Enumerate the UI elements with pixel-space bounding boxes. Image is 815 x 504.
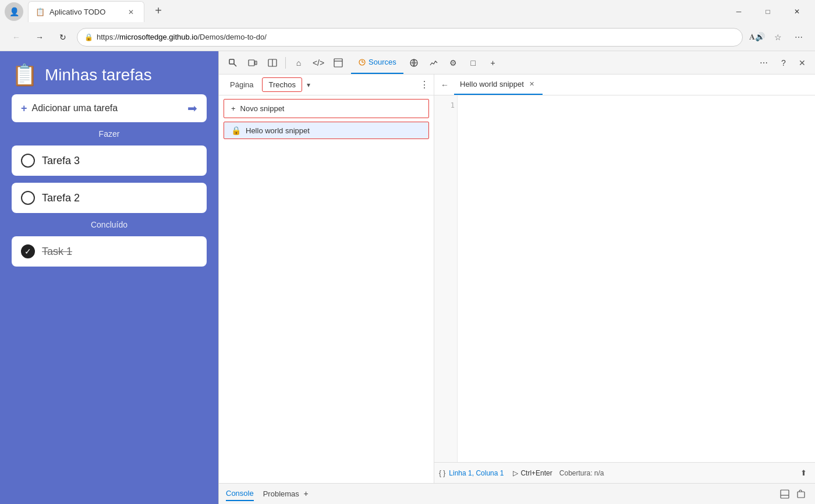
line-number-1: 1: [437, 100, 455, 111]
status-left: { } Linha 1, Coluna 1: [439, 469, 504, 477]
sources-tabs-more-icon[interactable]: ⋮: [420, 79, 429, 90]
todo-circle-icon: [21, 154, 35, 168]
cursor-position[interactable]: Linha 1, Coluna 1: [449, 469, 504, 477]
devtools-tab-sources[interactable]: Sources: [351, 51, 403, 74]
tab-close-button[interactable]: ✕: [125, 6, 137, 18]
problems-tab-label: Problemas: [263, 489, 299, 498]
todo-header: 📋 Minhas tarefas: [12, 63, 207, 87]
url-prefix: https://: [97, 33, 119, 41]
device-toolbar-icon[interactable]: [243, 54, 262, 72]
run-shortcut: Ctrl+Enter: [520, 469, 552, 477]
code-content[interactable]: [458, 95, 815, 462]
editor-tabs: ← Hello world snippet ✕: [434, 74, 815, 95]
close-button[interactable]: ✕: [784, 2, 810, 21]
editor-back-button[interactable]: ←: [437, 77, 453, 93]
todo-item-text: Tarefa 3: [42, 155, 80, 167]
more-tools-button[interactable]: ⋯: [754, 54, 773, 72]
code-editor-area[interactable]: 1: [434, 95, 815, 462]
todo-circle-icon: [21, 191, 35, 205]
minimize-button[interactable]: ─: [725, 2, 752, 21]
url-text: https://microsoftedge.github.io/Demos/de…: [97, 33, 735, 41]
sources-panel: Página Trechos ▾ ⋮ + Novo snippet: [219, 74, 815, 483]
new-snippet-button[interactable]: + Novo snippet: [224, 99, 429, 118]
network-icon[interactable]: [405, 54, 423, 72]
editor-tab-close-button[interactable]: ✕: [527, 80, 537, 89]
code-icon[interactable]: </>: [309, 54, 328, 72]
todo-item-tarefa2[interactable]: Tarefa 2: [12, 183, 207, 213]
sources-right-pane: ← Hello world snippet ✕ 1: [434, 74, 815, 483]
url-bar[interactable]: 🔒 https://microsoftedge.github.io/Demos/…: [77, 28, 743, 47]
help-button[interactable]: ?: [774, 54, 793, 72]
elements-icon[interactable]: [329, 54, 348, 72]
url-path: /Demos/demo-to-do/: [197, 33, 267, 41]
tab-favicon-icon: 📋: [36, 8, 45, 17]
console-tab-label: Console: [226, 489, 254, 498]
editor-tab-filename: Hello world snippet: [460, 80, 524, 88]
read-aloud-button[interactable]: 𝐀🔊: [747, 28, 766, 47]
title-bar: 👤 📋 Aplicativo TODO ✕ + ─ □ ✕: [0, 0, 815, 23]
maximize-button[interactable]: □: [754, 2, 781, 21]
line-numbers: 1: [434, 95, 458, 462]
add-devtools-icon[interactable]: +: [484, 54, 502, 72]
bottom-tab-console[interactable]: Console: [226, 487, 254, 501]
run-snippet-button[interactable]: ▷ Ctrl+Enter: [513, 469, 552, 477]
svg-rect-5: [334, 59, 342, 67]
sources-tabs-chevron-icon[interactable]: ▾: [307, 81, 310, 89]
home-icon[interactable]: ⌂: [289, 54, 308, 72]
bottom-bar-right-icons: [778, 487, 808, 501]
address-bar: ← → ↻ 🔒 https://microsoftedge.github.io/…: [0, 23, 815, 51]
new-snippet-plus-icon: +: [231, 104, 236, 113]
curly-braces-icon: { }: [439, 469, 445, 477]
svg-rect-1: [249, 60, 254, 66]
section-todo-label: Fazer: [12, 129, 207, 139]
undock-button[interactable]: [794, 487, 808, 501]
settings-icon[interactable]: ⚙: [444, 54, 463, 72]
svg-rect-10: [781, 490, 789, 498]
devtools-right-controls: ⋯ ? ✕: [754, 54, 810, 72]
lock-icon: 🔒: [84, 33, 93, 41]
add-task-label: Adicionar uma tarefa: [32, 103, 118, 113]
browser-menu-button[interactable]: ⋯: [789, 28, 808, 47]
devtools-bottom-bar: Console Problemas +: [219, 483, 815, 504]
main-area: 📋 Minhas tarefas + Adicionar uma tarefa …: [0, 51, 815, 504]
performance-icon[interactable]: [424, 54, 443, 72]
sources-tab-label: Sources: [368, 58, 396, 66]
dock-button[interactable]: ⬆: [796, 466, 810, 480]
sources-status-bar: { } Linha 1, Coluna 1 ▷ Ctrl+Enter Cober…: [434, 462, 815, 483]
favorites-button[interactable]: ☆: [768, 28, 787, 47]
profile-icon[interactable]: 👤: [5, 2, 23, 21]
todo-item-text-done: Task 1: [42, 246, 72, 258]
sources-tab-snippets[interactable]: Trechos: [262, 77, 302, 92]
editor-tab-active[interactable]: Hello world snippet ✕: [454, 74, 543, 95]
snippets-tab-label: Trechos: [268, 80, 295, 89]
page-tab-label: Página: [230, 80, 253, 89]
bottom-tab-problems[interactable]: Problemas +: [263, 487, 309, 502]
todo-app-icon: 📋: [12, 63, 38, 87]
add-task-button[interactable]: + Adicionar uma tarefa ➡: [12, 94, 207, 122]
coverage-label: Cobertura: n/a: [559, 469, 604, 477]
svg-rect-0: [229, 59, 234, 64]
todo-item-task1[interactable]: ✓ Task 1: [12, 236, 207, 267]
dock-bottom-button[interactable]: [778, 487, 792, 501]
todo-check-icon: ✓: [21, 244, 35, 258]
status-bar-right: ⬆: [796, 466, 810, 480]
browser-action-icon[interactable]: □: [464, 54, 483, 72]
split-pane-icon[interactable]: [263, 54, 282, 72]
address-bar-right: 𝐀🔊 ☆ ⋯: [747, 28, 808, 47]
devtools-close-button[interactable]: ✕: [794, 55, 810, 71]
new-tab-button[interactable]: +: [149, 1, 168, 20]
back-button[interactable]: ←: [7, 28, 26, 47]
section-done-label: Concluído: [12, 220, 207, 229]
svg-rect-2: [255, 61, 257, 65]
browser-tab-active[interactable]: 📋 Aplicativo TODO ✕: [28, 1, 144, 22]
snippet-list: + Novo snippet 🔒 Hello world snippet: [219, 95, 434, 483]
add-bottom-tab-icon[interactable]: +: [303, 489, 308, 498]
sources-tab-page[interactable]: Página: [224, 77, 260, 92]
refresh-button[interactable]: ↻: [54, 28, 72, 47]
inspect-element-icon[interactable]: [224, 54, 242, 72]
todo-item-tarefa3[interactable]: Tarefa 3: [12, 145, 207, 176]
add-task-arrow-icon: ➡: [187, 101, 197, 115]
snippet-item-hello-world[interactable]: 🔒 Hello world snippet: [224, 122, 429, 139]
add-plus-icon: +: [21, 102, 27, 115]
forward-button[interactable]: →: [30, 28, 49, 47]
